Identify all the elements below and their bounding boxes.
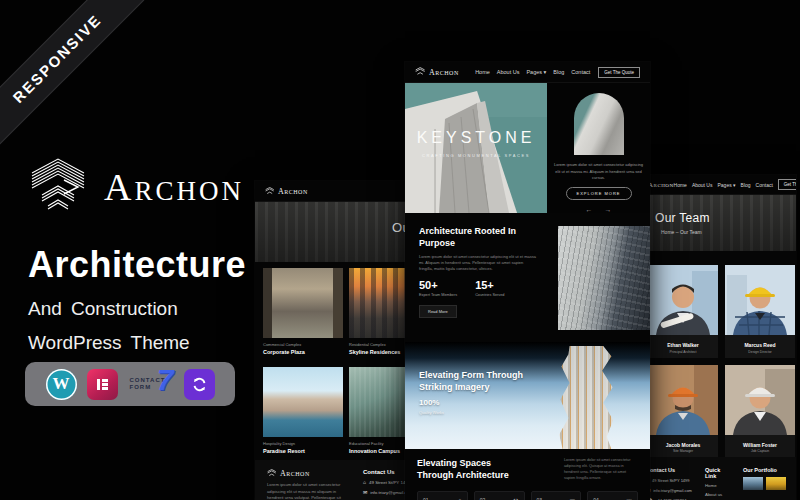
service-card[interactable]: 01 ⌖ Architecture Lorem ipsum dolor sit … <box>417 491 468 500</box>
site-logo[interactable]: Archon <box>415 67 459 77</box>
project-category: Hospitality Design <box>263 441 343 446</box>
nav-item-about[interactable]: About Us <box>692 182 713 188</box>
theme-headline: Architecture <box>28 244 246 286</box>
footer-contact-heading: Contact Us <box>646 467 692 473</box>
site-logo[interactable]: Archon <box>265 187 308 196</box>
service-card[interactable]: 03 ▦ Urban & Site Planning Lorem ipsum d… <box>531 491 582 500</box>
get-quote-button[interactable]: Get The Quote <box>598 67 640 78</box>
team-caption: Jacob Morales Site Manager <box>648 439 718 458</box>
footer-brand-column: Archon Lorem ipsum dolor sit amet consec… <box>267 469 347 500</box>
hero-section: KEYSTONE CRAFTING MONUMENTAL SPACES Lore… <box>405 83 650 213</box>
footer-address-text: 49 Street St/PY 1499 <box>652 478 690 483</box>
nav-item-blog[interactable]: Blog <box>741 182 751 188</box>
team-member-card[interactable]: Marcus Reed Design Director <box>725 265 795 358</box>
compass-icon: ⌖ <box>458 497 461 500</box>
archon-logo-icon <box>28 158 92 216</box>
home-page-mockup: Archon Home About Us Pages ▾ Blog Contac… <box>405 62 650 500</box>
nav-item-blog[interactable]: Blog <box>553 69 564 75</box>
team-member-name: William Foster <box>725 442 795 448</box>
hero-subtitle: CRAFTING MONUMENTAL SPACES <box>405 153 547 158</box>
services-cards-row: 01 ⌖ Architecture Lorem ipsum dolor sit … <box>417 491 638 500</box>
site-logo-text: Archon <box>278 187 308 196</box>
team-caption: Marcus Reed Design Director <box>725 339 795 358</box>
project-card[interactable]: Commercial Complex Corporate Plaza <box>263 268 343 355</box>
nav-links: Home About Us Pages ▾ Blog Contact <box>475 69 590 75</box>
footer-quicklinks-column: Quick Link Home About us Our Projects <box>705 467 730 500</box>
team-page-title: Our Team <box>655 211 796 225</box>
project-photo <box>263 367 343 437</box>
plugin-badges-bar: W CONTACT FORM 7 <box>25 362 235 406</box>
about-heading: Architecture Rooted In Purpose <box>419 226 524 249</box>
team-member-role: Job Captain <box>725 449 795 453</box>
read-more-button[interactable]: Read More <box>419 305 457 318</box>
nav-item-contact[interactable]: Contact <box>756 182 773 188</box>
footer-contact-column: Contact Us ⌂ 49 Street St/PY 1499 ✉ info… <box>646 467 692 500</box>
project-category: Commercial Complex <box>263 342 343 347</box>
tools-icon: ⚒ <box>513 497 518 500</box>
archon-logo: Archon <box>28 158 246 216</box>
team-photo-ethan <box>648 265 718 335</box>
footer-quicklinks-heading: Quick Link <box>705 467 730 479</box>
stat-team: 50+ Expert Team Members <box>419 279 457 297</box>
team-caption: William Foster Job Captain <box>725 439 795 458</box>
site-logo-text: Archon <box>648 181 674 189</box>
team-member-role: Site Manager <box>648 449 718 453</box>
team-member-card[interactable]: Jacob Morales Site Manager <box>648 365 718 458</box>
team-member-name: Ethan Walker <box>648 342 718 348</box>
arch-building-image <box>405 83 547 213</box>
wavy-tower-image <box>558 346 616 449</box>
team-grid-section: Ethan Walker Principal Architect Marcus … <box>630 251 796 457</box>
footer-logo[interactable]: Archon <box>267 469 347 478</box>
footer-email[interactable]: ✉ info.triary@gmail.com <box>646 487 692 493</box>
get-quote-button[interactable]: Get The Quote <box>778 179 796 190</box>
team-breadcrumb[interactable]: Home – Our Team <box>655 229 796 235</box>
prev-arrow-icon[interactable]: ← <box>586 206 593 213</box>
cf7-seven: 7 <box>157 363 174 397</box>
service-card[interactable]: 02 ⚒ Renovation Lorem ipsum dolor sit am… <box>474 491 525 500</box>
nav-item-contact[interactable]: Contact <box>571 69 590 75</box>
layers-icon: ◫ <box>626 497 632 500</box>
portfolio-thumb[interactable] <box>743 477 763 490</box>
theme-branding: Archon Architecture And Construction Wor… <box>28 158 246 354</box>
responsive-ribbon: RESPONSIVE <box>0 0 144 146</box>
stat-value: 15+ <box>475 279 504 291</box>
team-member-card[interactable]: Ethan Walker Principal Architect <box>648 265 718 358</box>
service-card[interactable]: 04 ◫ Envelope Design Lorem ipsum dolor s… <box>587 491 638 500</box>
footer-link-home[interactable]: Home <box>705 483 730 488</box>
team-page-mockup: Archon Home About Us Pages ▾ Blog Contac… <box>630 175 796 500</box>
email-icon: ✉ <box>363 489 367 495</box>
footer-logo-text: Archon <box>280 469 310 478</box>
portfolio-thumbnails <box>743 477 786 490</box>
about-description: Lorem ipsum dolor sit amet consectetur a… <box>419 254 537 272</box>
home-navbar: Archon Home About Us Pages ▾ Blog Contac… <box>405 62 650 83</box>
wordpress-logo-icon: W <box>46 369 77 400</box>
stat-label: Countries Served <box>475 293 504 297</box>
team-photo-marcus <box>725 265 795 335</box>
nav-item-home[interactable]: Home <box>674 182 687 188</box>
team-caption: Ethan Walker Principal Architect <box>648 339 718 358</box>
footer-portfolio-column: Our Portfolio <box>743 467 786 500</box>
hero-side-panel: Lorem ipsum dolor sit amet consectetur a… <box>547 83 650 213</box>
footer-link-about[interactable]: About us <box>705 492 730 497</box>
project-name[interactable]: Paradise Resort <box>263 448 343 454</box>
team-member-card[interactable]: William Foster Job Captain <box>725 365 795 458</box>
portfolio-thumb[interactable] <box>766 477 786 490</box>
project-name[interactable]: Corporate Plaza <box>263 349 343 355</box>
project-card[interactable]: Hospitality Design Paradise Resort <box>263 367 343 454</box>
nav-item-pages[interactable]: Pages ▾ <box>526 69 546 75</box>
footer-about-text: Lorem ipsum dolor sit amet consectetur a… <box>267 482 347 500</box>
contact-form-7-logo: CONTACT FORM 7 <box>128 369 174 400</box>
archon-logo-text: Archon <box>104 165 244 209</box>
team-navbar: Archon Home About Us Pages ▾ Blog Contac… <box>630 175 796 195</box>
elementor-logo-icon <box>87 369 118 400</box>
footer-address[interactable]: ⌂ 49 Street St/PY 1499 <box>646 477 692 483</box>
nav-item-home[interactable]: Home <box>475 69 490 75</box>
team-footer: Contact Us ⌂ 49 Street St/PY 1499 ✉ info… <box>630 457 796 500</box>
nav-item-about[interactable]: About Us <box>497 69 520 75</box>
nav-item-pages[interactable]: Pages ▾ <box>717 182 735 188</box>
next-arrow-icon[interactable]: → <box>605 206 612 213</box>
explore-more-button[interactable]: EXPLORE MORE <box>566 187 632 200</box>
stat-label: Expert Team Members <box>419 293 457 297</box>
hero-title: KEYSTONE <box>405 129 547 147</box>
showcase-stat-value: 100% <box>419 398 439 407</box>
